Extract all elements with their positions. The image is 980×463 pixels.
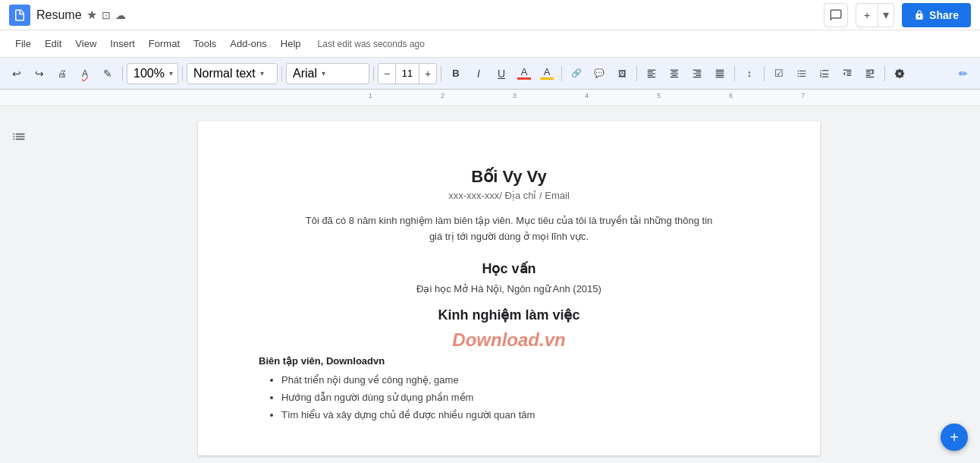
align-justify-button[interactable] — [709, 63, 730, 84]
sep2 — [182, 66, 183, 81]
title-bar: Resume ★ ⊡ ☁ + ▾ Share — [0, 0, 980, 30]
link-button[interactable]: 🔗 — [566, 63, 587, 84]
numbered-list-button[interactable] — [814, 63, 835, 84]
sep6 — [561, 66, 562, 81]
doc-icon — [9, 5, 30, 26]
style-chevron-icon: ▾ — [260, 69, 264, 77]
sep9 — [764, 66, 765, 81]
sep7 — [636, 66, 637, 81]
highlight-a-label: A — [544, 67, 551, 77]
italic-button[interactable]: I — [468, 63, 489, 84]
star-icon[interactable]: ★ — [86, 8, 97, 22]
undo-button[interactable]: ↩ — [6, 63, 27, 84]
ruler-inner: 1 2 3 4 5 6 7 — [190, 90, 980, 106]
indent-decrease-button[interactable] — [837, 63, 858, 84]
sep4 — [373, 66, 374, 81]
align-center-button[interactable] — [664, 63, 685, 84]
font-size-input[interactable] — [395, 64, 419, 83]
paint-format-button[interactable]: ✎ — [97, 63, 118, 84]
share-button[interactable]: Share — [902, 3, 971, 27]
doc-title[interactable]: Resume — [36, 8, 82, 22]
zoom-select[interactable]: 100% ▾ — [127, 63, 178, 84]
text-color-a-label: A — [521, 67, 528, 77]
comment-button[interactable] — [824, 3, 848, 27]
last-edit-label: Last edit was seconds ago — [318, 39, 425, 49]
highlight-color-button[interactable]: A — [536, 63, 558, 84]
zoom-value: 100% — [133, 67, 165, 80]
list-item: Tìm hiểu và xây dựng chủ đề được nhiều n… — [281, 406, 759, 424]
menu-insert[interactable]: Insert — [104, 35, 141, 52]
list-item: Hướng dẫn người dùng sử dụng phần mềm — [281, 389, 759, 406]
bold-button[interactable]: B — [445, 63, 466, 84]
indent-increase-button[interactable] — [859, 63, 881, 84]
align-right-button[interactable] — [686, 63, 708, 84]
document-page: Bối Vy Vy xxx-xxx-xxx/ Địa chỉ / Email T… — [198, 121, 820, 455]
doc-person-name: Bối Vy Vy — [259, 167, 759, 187]
line-spacing-button[interactable]: ↕ — [739, 63, 760, 84]
new-doc-arrow-icon[interactable]: ▾ — [878, 4, 894, 27]
job-title: Biên tập viên, Downloadvn — [259, 355, 759, 367]
checklist-button[interactable]: ☑ — [768, 63, 790, 84]
cloud-icon[interactable]: ☁ — [115, 9, 126, 21]
watermark-area: Download.vn — [259, 329, 759, 352]
experience-title: Kinh nghiệm làm việc — [259, 307, 759, 323]
style-select[interactable]: Normal text ▾ — [187, 63, 278, 84]
menu-edit[interactable]: Edit — [39, 35, 68, 52]
menu-file[interactable]: File — [9, 35, 37, 52]
ruler: 1 2 3 4 5 6 7 — [0, 90, 980, 106]
text-color-button[interactable]: A — [514, 63, 535, 84]
bullet-list-button[interactable] — [791, 63, 812, 84]
zoom-chevron-icon: ▾ — [169, 69, 173, 77]
share-label: Share — [929, 9, 959, 21]
watermark-text: Download.vn — [452, 329, 565, 351]
font-select[interactable]: Arial ▾ — [286, 63, 369, 84]
menu-format[interactable]: Format — [143, 35, 186, 52]
education-title: Học vấn — [259, 260, 759, 277]
highlight-color-bar — [540, 77, 554, 80]
doc-area: Bối Vy Vy xxx-xxx-xxx/ Địa chỉ / Email T… — [0, 106, 980, 463]
font-value: Arial — [293, 67, 317, 80]
sep5 — [441, 66, 441, 81]
image-button[interactable]: 🖼 — [611, 63, 633, 84]
menu-help[interactable]: Help — [275, 35, 307, 52]
new-doc-button[interactable]: + ▾ — [856, 3, 894, 27]
list-item: Phát triển nội dung về công nghệ, game — [281, 371, 759, 389]
menu-bar: File Edit View Insert Format Tools Add-o… — [0, 30, 980, 58]
redo-button[interactable]: ↪ — [29, 63, 50, 84]
education-content: Đại học Mở Hà Nội, Ngôn ngữ Anh (2015) — [259, 283, 759, 294]
inline-comment-button[interactable]: 💬 — [589, 63, 610, 84]
toolbar: ↩ ↪ 🖨 A ✎ 100% ▾ Normal text ▾ Arial ▾ −… — [0, 58, 980, 90]
doc-contact: xxx-xxx-xxx/ Địa chỉ / Email — [259, 190, 759, 201]
font-size-decrease-button[interactable]: − — [378, 63, 395, 84]
edit-pen-button[interactable]: ✏ — [953, 63, 974, 84]
sep10 — [884, 66, 885, 81]
font-size-increase-button[interactable]: + — [419, 63, 436, 84]
sep3 — [281, 66, 282, 81]
header-right: + ▾ Share — [824, 3, 971, 27]
menu-view[interactable]: View — [69, 35, 102, 52]
menu-addons[interactable]: Add-ons — [224, 35, 272, 52]
title-icons: ★ ⊡ ☁ — [86, 8, 126, 22]
font-chevron-icon: ▾ — [322, 69, 325, 77]
bullet-list: Phát triển nội dung về công nghệ, game H… — [259, 371, 759, 424]
menu-tools[interactable]: Tools — [187, 35, 222, 52]
style-value: Normal text — [193, 67, 256, 80]
font-size-group: − + — [378, 63, 437, 84]
sidebar-nav-icon[interactable] — [0, 121, 38, 448]
text-color-bar — [517, 77, 531, 80]
doc-summary: Tôi đã có 8 năm kinh nghiệm làm biên tập… — [259, 213, 759, 245]
move-icon[interactable]: ⊡ — [102, 9, 111, 21]
sep1 — [122, 66, 123, 81]
sep8 — [734, 66, 735, 81]
align-left-button[interactable] — [641, 63, 662, 84]
new-doc-label: + — [856, 9, 878, 21]
fab-button[interactable]: + — [941, 424, 968, 451]
underline-button[interactable]: U — [491, 63, 512, 84]
print-button[interactable]: 🖨 — [52, 63, 73, 84]
clear-formatting-button[interactable] — [889, 63, 910, 84]
spellcheck-button[interactable]: A — [74, 63, 96, 84]
